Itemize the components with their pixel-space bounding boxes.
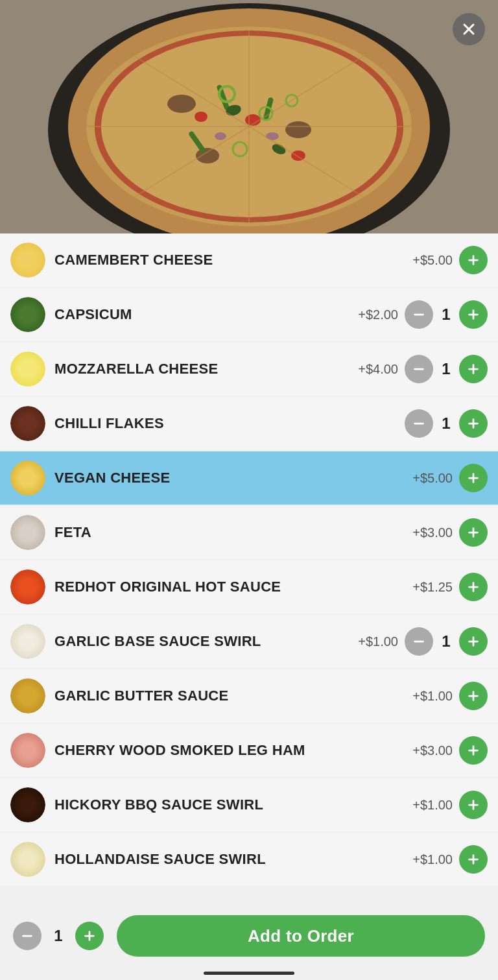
ingredient-row-camembert[interactable]: CAMEMBERT CHEESE+$5.00 bbox=[0, 233, 498, 287]
increase-qty-button[interactable] bbox=[75, 922, 104, 950]
increase-garlic-butter-button[interactable] bbox=[459, 682, 488, 710]
ingredient-icon-garlic-butter bbox=[10, 678, 45, 713]
ingredient-price-vegan: +$5.00 bbox=[412, 471, 453, 486]
ingredient-list: CAMEMBERT CHEESE+$5.00CAPSICUM+$2.001MOZ… bbox=[0, 233, 498, 886]
quantity-value: 1 bbox=[52, 927, 65, 945]
ingredient-price-redhot: +$1.25 bbox=[412, 580, 453, 595]
qty-chilli: 1 bbox=[440, 414, 453, 433]
ingredient-name-capsicum: CAPSICUM bbox=[54, 306, 358, 323]
qty-mozzarella: 1 bbox=[440, 360, 453, 378]
ingredient-icon-redhot bbox=[10, 569, 45, 604]
ingredient-row-ham[interactable]: CHERRY WOOD SMOKED LEG HAM+$3.00 bbox=[0, 724, 498, 777]
ingredient-controls-feta: +$3.00 bbox=[412, 518, 488, 547]
ingredient-name-camembert: CAMEMBERT CHEESE bbox=[54, 252, 412, 269]
ingredient-controls-redhot: +$1.25 bbox=[412, 573, 488, 601]
ingredient-controls-hollandaise: +$1.00 bbox=[412, 845, 488, 874]
ingredient-name-garlic-butter: GARLIC BUTTER SAUCE bbox=[54, 687, 412, 704]
ingredient-price-garlic-butter: +$1.00 bbox=[412, 689, 453, 704]
ingredient-controls-capsicum: +$2.001 bbox=[358, 300, 488, 329]
qty-garlic-swirl: 1 bbox=[440, 632, 453, 651]
quantity-stepper: 1 bbox=[13, 922, 104, 950]
ingredient-row-garlic-butter[interactable]: GARLIC BUTTER SAUCE+$1.00 bbox=[0, 669, 498, 723]
ingredient-controls-camembert: +$5.00 bbox=[412, 246, 488, 274]
close-button[interactable] bbox=[453, 13, 485, 45]
ingredient-name-mozzarella: MOZZARELLA CHEESE bbox=[54, 361, 358, 377]
ingredient-price-camembert: +$5.00 bbox=[412, 253, 453, 268]
ingredient-price-hollandaise: +$1.00 bbox=[412, 852, 453, 867]
ingredient-icon-capsicum bbox=[10, 297, 45, 332]
ingredient-name-ham: CHERRY WOOD SMOKED LEG HAM bbox=[54, 742, 412, 759]
ingredient-icon-chilli bbox=[10, 406, 45, 441]
decrease-qty-button[interactable] bbox=[13, 922, 42, 950]
bottom-bar: 1 Add to Order bbox=[0, 905, 498, 980]
decrease-garlic-swirl-button[interactable] bbox=[405, 627, 433, 656]
svg-rect-27 bbox=[0, 0, 498, 233]
ingredient-controls-bbq: +$1.00 bbox=[412, 791, 488, 819]
ingredient-row-redhot[interactable]: REDHOT ORIGINAL HOT SAUCE+$1.25 bbox=[0, 560, 498, 614]
ingredient-row-chilli[interactable]: CHILLI FLAKES1 bbox=[0, 397, 498, 450]
ingredient-row-garlic-swirl[interactable]: GARLIC BASE SAUCE SWIRL+$1.001 bbox=[0, 615, 498, 668]
ingredient-price-garlic-swirl: +$1.00 bbox=[358, 634, 398, 649]
ingredient-price-bbq: +$1.00 bbox=[412, 798, 453, 813]
ingredient-icon-vegan bbox=[10, 460, 45, 496]
ingredient-icon-mozzarella bbox=[10, 352, 45, 387]
ingredient-controls-ham: +$3.00 bbox=[412, 736, 488, 765]
ingredient-name-feta: FETA bbox=[54, 524, 412, 541]
ingredient-price-capsicum: +$2.00 bbox=[358, 307, 398, 322]
increase-mozzarella-button[interactable] bbox=[459, 355, 488, 383]
increase-ham-button[interactable] bbox=[459, 736, 488, 765]
ingredient-controls-garlic-butter: +$1.00 bbox=[412, 682, 488, 710]
increase-redhot-button[interactable] bbox=[459, 573, 488, 601]
ingredient-controls-vegan: +$5.00 bbox=[412, 464, 488, 492]
home-indicator bbox=[204, 972, 294, 975]
ingredient-name-garlic-swirl: GARLIC BASE SAUCE SWIRL bbox=[54, 633, 358, 650]
pizza-image bbox=[0, 0, 498, 233]
ingredient-name-hollandaise: HOLLANDAISE SAUCE SWIRL bbox=[54, 851, 412, 868]
decrease-mozzarella-button[interactable] bbox=[405, 355, 433, 383]
ingredient-icon-bbq bbox=[10, 787, 45, 822]
decrease-capsicum-button[interactable] bbox=[405, 300, 433, 329]
increase-vegan-button[interactable] bbox=[459, 464, 488, 492]
ingredient-name-redhot: REDHOT ORIGINAL HOT SAUCE bbox=[54, 579, 412, 595]
ingredient-row-capsicum[interactable]: CAPSICUM+$2.001 bbox=[0, 288, 498, 341]
increase-chilli-button[interactable] bbox=[459, 409, 488, 438]
ingredient-price-feta: +$3.00 bbox=[412, 525, 453, 540]
ingredient-controls-chilli: 1 bbox=[405, 409, 488, 438]
add-to-order-button[interactable]: Add to Order bbox=[117, 915, 485, 957]
ingredient-controls-mozzarella: +$4.001 bbox=[358, 355, 488, 383]
ingredient-icon-feta bbox=[10, 515, 45, 550]
increase-feta-button[interactable] bbox=[459, 518, 488, 547]
ingredient-row-hollandaise[interactable]: HOLLANDAISE SAUCE SWIRL+$1.00 bbox=[0, 833, 498, 886]
ingredient-row-mozzarella[interactable]: MOZZARELLA CHEESE+$4.001 bbox=[0, 342, 498, 396]
ingredient-row-bbq[interactable]: HICKORY BBQ SAUCE SWIRL+$1.00 bbox=[0, 778, 498, 831]
ingredient-name-bbq: HICKORY BBQ SAUCE SWIRL bbox=[54, 796, 412, 813]
ingredient-icon-ham bbox=[10, 733, 45, 768]
increase-garlic-swirl-button[interactable] bbox=[459, 627, 488, 656]
ingredient-icon-camembert bbox=[10, 243, 45, 278]
ingredient-icon-hollandaise bbox=[10, 842, 45, 877]
increase-hollandaise-button[interactable] bbox=[459, 845, 488, 874]
increase-camembert-button[interactable] bbox=[459, 246, 488, 274]
decrease-chilli-button[interactable] bbox=[405, 409, 433, 438]
ingredient-price-ham: +$3.00 bbox=[412, 743, 453, 758]
qty-capsicum: 1 bbox=[440, 305, 453, 324]
ingredient-icon-garlic-swirl bbox=[10, 624, 45, 659]
ingredient-controls-garlic-swirl: +$1.001 bbox=[358, 627, 488, 656]
ingredient-name-vegan: VEGAN CHEESE bbox=[54, 470, 412, 486]
increase-bbq-button[interactable] bbox=[459, 791, 488, 819]
ingredient-name-chilli: CHILLI FLAKES bbox=[54, 415, 405, 432]
ingredient-price-mozzarella: +$4.00 bbox=[358, 362, 398, 377]
increase-capsicum-button[interactable] bbox=[459, 300, 488, 329]
ingredient-row-vegan[interactable]: VEGAN CHEESE+$5.00 bbox=[0, 451, 498, 505]
ingredient-row-feta[interactable]: FETA+$3.00 bbox=[0, 506, 498, 559]
